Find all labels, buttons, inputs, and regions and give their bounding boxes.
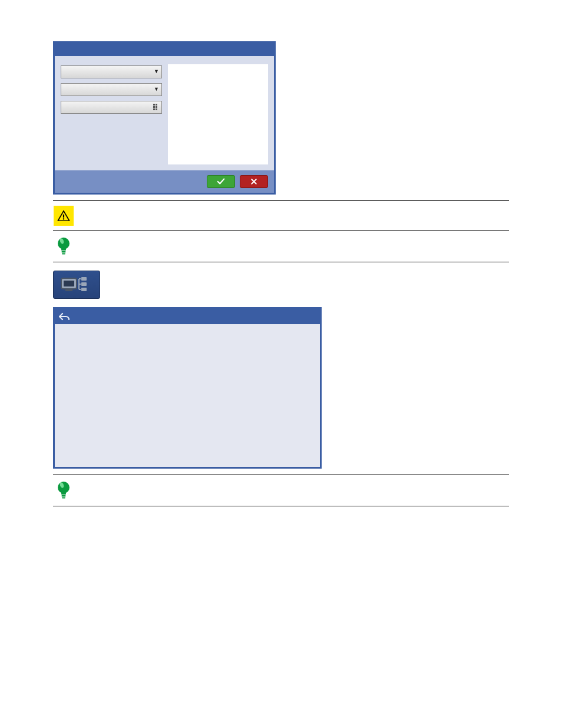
svg-rect-1 bbox=[63, 218, 64, 219]
divider bbox=[53, 262, 509, 262]
preview-panel bbox=[168, 64, 268, 164]
svg-rect-12 bbox=[81, 288, 87, 291]
source-tree-icon bbox=[59, 275, 94, 295]
source-tree-button[interactable] bbox=[53, 271, 100, 299]
check-icon bbox=[217, 177, 225, 186]
divider bbox=[53, 200, 509, 201]
svg-rect-17 bbox=[62, 498, 65, 499]
svg-rect-8 bbox=[64, 281, 74, 286]
svg-rect-0 bbox=[63, 215, 64, 218]
ok-button[interactable] bbox=[207, 175, 235, 188]
svg-rect-4 bbox=[61, 249, 66, 251]
svg-rect-6 bbox=[62, 253, 65, 255]
dropdown-field-2[interactable]: ▼ bbox=[61, 83, 162, 96]
svg-rect-16 bbox=[62, 495, 66, 497]
panel-body bbox=[55, 324, 320, 467]
divider bbox=[53, 506, 509, 506]
chevron-down-icon: ▼ bbox=[154, 68, 159, 75]
svg-rect-10 bbox=[81, 277, 87, 281]
svg-point-2 bbox=[58, 238, 70, 249]
svg-rect-5 bbox=[62, 251, 66, 253]
divider bbox=[53, 475, 509, 475]
dropdown-field-1[interactable]: ▼ bbox=[61, 65, 162, 78]
source-tree-panel bbox=[53, 307, 322, 469]
cancel-button[interactable] bbox=[240, 175, 268, 188]
svg-point-13 bbox=[58, 482, 70, 493]
undo-arrow-icon bbox=[59, 312, 70, 321]
lightbulb-icon bbox=[55, 236, 72, 257]
svg-rect-15 bbox=[61, 493, 66, 495]
warning-icon bbox=[54, 206, 74, 226]
chevron-down-icon: ▼ bbox=[154, 85, 159, 93]
svg-rect-11 bbox=[81, 282, 87, 286]
divider bbox=[53, 230, 509, 231]
date-picker-icon bbox=[153, 104, 159, 111]
lightbulb-icon bbox=[55, 480, 72, 501]
options-dialog: ▼ ▼ bbox=[53, 41, 276, 195]
dialog-titlebar bbox=[55, 43, 274, 56]
svg-rect-9 bbox=[65, 289, 72, 291]
dialog-footer bbox=[55, 170, 274, 193]
back-button[interactable] bbox=[58, 311, 70, 322]
picker-field-3[interactable] bbox=[61, 101, 162, 114]
close-icon bbox=[250, 178, 257, 185]
